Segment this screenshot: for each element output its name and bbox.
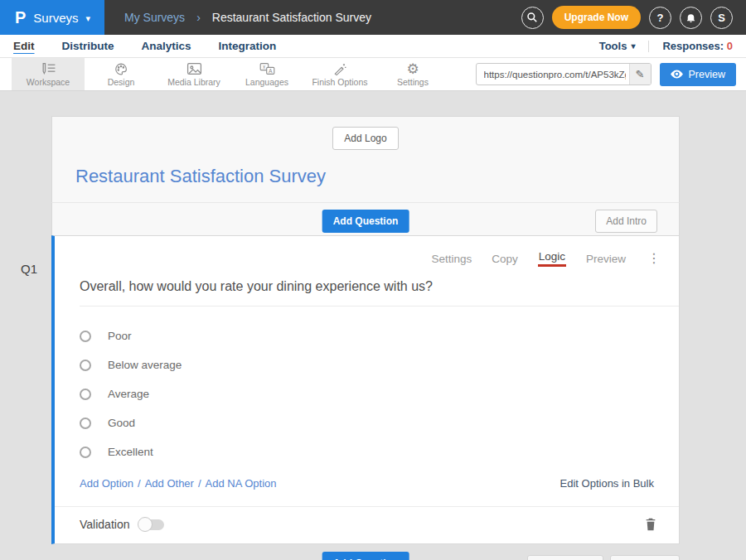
preview-label: Preview [689, 69, 725, 80]
question-preview-link[interactable]: Preview [586, 253, 626, 265]
add-question-row-bottom: Add Question ✂ Page Break Separator [51, 552, 680, 560]
option-row-good[interactable]: Good [80, 408, 654, 437]
question-actions: Settings Copy Logic Preview ⋮ [55, 236, 679, 267]
toggle-knob [138, 517, 153, 532]
option-row-average[interactable]: Average [80, 379, 654, 408]
product-switcher[interactable]: P Surveys ▾ [0, 0, 104, 35]
caret-down-icon: ▾ [631, 41, 635, 51]
nav-right: Tools ▾ Responses: 0 [599, 40, 733, 52]
tab-analytics[interactable]: Analytics [142, 40, 191, 52]
edit-options-in-bulk-link[interactable]: Edit Options in Bulk [560, 477, 654, 490]
toolbar-label: Settings [397, 77, 429, 87]
validation-label: Validation [80, 518, 129, 531]
gear-icon: ⚙ [406, 61, 419, 76]
pencil-icon: ✎ [636, 68, 645, 80]
delete-question-button[interactable] [645, 518, 656, 531]
magic-wand-icon [332, 61, 347, 76]
option-label: Poor [108, 330, 132, 342]
tools-menu[interactable]: Tools ▾ [599, 40, 636, 52]
add-question-button-bottom[interactable]: Add Question [322, 552, 409, 560]
toolbar-items: Workspace Design Media Library xA Langua… [12, 58, 449, 90]
question-copy-link[interactable]: Copy [492, 253, 518, 265]
tab-distribute[interactable]: Distribute [62, 40, 114, 52]
radio-icon[interactable] [80, 447, 91, 458]
option-label: Average [108, 388, 149, 400]
editor-toolbar: Workspace Design Media Library xA Langua… [0, 58, 746, 91]
question-logic-link[interactable]: Logic [538, 250, 566, 267]
notifications-button[interactable] [680, 7, 702, 29]
responses-counter[interactable]: Responses: 0 [662, 40, 733, 52]
avatar-initial: S [718, 12, 725, 24]
responses-label: Responses: [662, 40, 724, 52]
preview-button[interactable]: Preview [660, 63, 736, 86]
eye-icon [671, 70, 683, 79]
help-button[interactable]: ? [649, 7, 671, 29]
trash-icon [645, 518, 656, 531]
workspace-icon [41, 61, 56, 76]
survey-editor-canvas: Q1 Add Logo Restaurant Satisfaction Surv… [0, 91, 746, 560]
more-options-icon[interactable]: ⋮ [647, 252, 661, 265]
palette-icon [114, 61, 128, 76]
add-question-button-top[interactable]: Add Question [322, 210, 409, 233]
search-button[interactable] [521, 7, 544, 29]
page-break-button[interactable]: ✂ Page Break [527, 555, 603, 560]
question-text-field[interactable]: Overall, how would you rate your dining … [80, 279, 679, 307]
radio-icon[interactable] [80, 389, 91, 400]
bell-icon [685, 12, 696, 23]
toolbar-item-finish-options[interactable]: Finish Options [303, 58, 376, 90]
edit-url-button[interactable]: ✎ [629, 64, 651, 84]
svg-text:x: x [262, 64, 265, 70]
top-header: P Surveys ▾ My Surveys › Restaurant Sati… [0, 0, 746, 35]
add-na-option-link[interactable]: Add NA Option [206, 477, 277, 490]
option-row-poor[interactable]: Poor [80, 321, 654, 350]
question-number: Q1 [21, 262, 37, 276]
survey-url-wrap: ✎ [476, 63, 652, 85]
radio-icon[interactable] [80, 331, 91, 342]
survey-title[interactable]: Restaurant Satisfaction Survey [75, 166, 656, 187]
upgrade-now-button[interactable]: Upgrade Now [552, 6, 641, 29]
account-avatar[interactable]: S [710, 7, 733, 29]
separator-button[interactable]: Separator [610, 555, 680, 560]
radio-icon[interactable] [80, 360, 91, 371]
tab-edit[interactable]: Edit [13, 40, 35, 52]
toolbar-item-design[interactable]: Design [85, 58, 157, 90]
validation-toggle[interactable] [139, 519, 164, 530]
option-row-below-average[interactable]: Below average [80, 350, 654, 379]
toolbar-label: Workspace [27, 77, 70, 87]
tab-integration[interactable]: Integration [219, 40, 277, 52]
question-mark-icon: ? [657, 12, 664, 24]
section-nav: Edit Distribute Analytics Integration To… [0, 35, 746, 58]
question-settings-link[interactable]: Settings [431, 253, 472, 265]
add-other-link[interactable]: Add Other [145, 477, 194, 490]
add-logo-button[interactable]: Add Logo [332, 127, 398, 150]
option-label: Good [108, 417, 135, 429]
toolbar-label: Languages [245, 77, 288, 87]
caret-down-icon: ▾ [86, 13, 91, 24]
toolbar-item-settings[interactable]: ⚙ Settings [376, 58, 449, 90]
toolbar-item-media-library[interactable]: Media Library [157, 58, 230, 90]
option-row-excellent[interactable]: Excellent [80, 437, 654, 466]
add-intro-button[interactable]: Add Intro [595, 210, 657, 233]
translate-icon: xA [259, 61, 275, 76]
question-block-q1: Settings Copy Logic Preview ⋮ Overall, h… [51, 235, 680, 544]
vertical-divider [648, 41, 649, 52]
answer-options-list: Poor Below average Average Good Excellen… [55, 307, 679, 466]
product-name: Surveys [33, 11, 78, 25]
option-add-links: Add Option / Add Other / Add NA Option [80, 477, 277, 490]
survey-card: Add Logo Restaurant Satisfaction Survey … [51, 116, 680, 560]
survey-header-section: Add Logo Restaurant Satisfaction Survey [51, 116, 680, 202]
radio-icon[interactable] [80, 418, 91, 429]
toolbar-label: Design [108, 77, 135, 87]
toolbar-item-workspace[interactable]: Workspace [12, 58, 85, 90]
image-icon [186, 61, 202, 76]
slash-separator: / [138, 477, 141, 490]
add-option-link[interactable]: Add Option [80, 477, 133, 490]
nav-tabs: Edit Distribute Analytics Integration [13, 40, 276, 52]
toolbar-item-languages[interactable]: xA Languages [230, 58, 303, 90]
slash-separator: / [198, 477, 201, 490]
breadcrumb-my-surveys[interactable]: My Surveys [124, 11, 185, 24]
questionpro-logo-icon: P [15, 9, 26, 26]
responses-count: 0 [727, 40, 733, 52]
toolbar-label: Finish Options [312, 77, 367, 87]
survey-url-input[interactable] [476, 63, 652, 85]
